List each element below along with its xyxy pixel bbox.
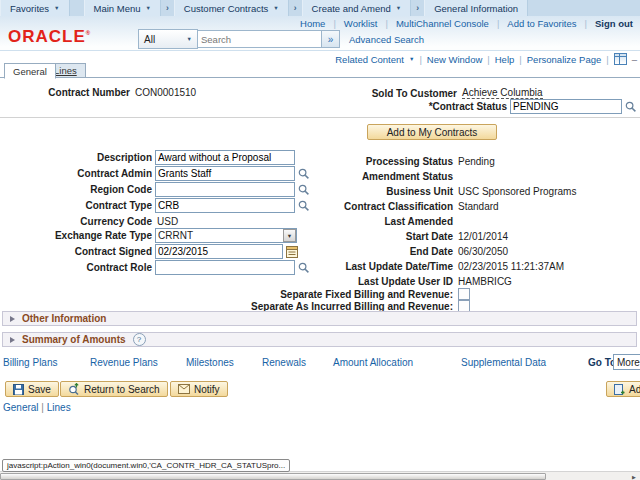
breadcrumb-separator: › — [411, 0, 424, 16]
contract-role-row: Contract Role — [0, 260, 310, 275]
revenue-plans-link[interactable]: Revenue Plans — [90, 357, 158, 368]
contract-type-lookup-icon[interactable] — [297, 199, 310, 212]
currency-code-value: USD — [157, 216, 178, 227]
add-to-my-contracts-button[interactable]: Add to My Contracts — [367, 124, 497, 140]
contract-type-input[interactable] — [155, 198, 295, 213]
supplemental-data-link[interactable]: Supplemental Data — [461, 357, 546, 368]
utility-nav: Home | Worklist | MultiChannel Console |… — [300, 18, 633, 29]
exchange-rate-type-select[interactable]: CRRNT ▼ — [155, 228, 297, 243]
global-search-bar: All ▼ » Advanced Search — [138, 30, 424, 48]
sold-to-customer-link[interactable]: Achieve Columbia — [462, 87, 543, 99]
advanced-search-link[interactable]: Advanced Search — [349, 34, 424, 45]
start-date-label: Start Date — [310, 231, 453, 242]
exchange-rate-value: CRRNT — [158, 230, 193, 241]
help-icon[interactable]: ? — [133, 333, 146, 346]
contract-type-label: Contract Type — [0, 200, 152, 211]
multichannel-console-link[interactable]: MultiChannel Console — [396, 18, 489, 29]
favorites-menu[interactable]: Favorites ▼ — [0, 0, 70, 16]
separator: | — [385, 18, 387, 29]
separator: | — [606, 54, 608, 65]
chevron-down-icon: ▼ — [273, 5, 278, 11]
last-update-value: 02/23/2015 11:21:37AM — [458, 261, 564, 272]
contract-signed-label: Contract Signed — [0, 246, 152, 257]
return-to-search-button[interactable]: Return to Search — [60, 381, 168, 397]
add-to-favorites-link[interactable]: Add to Favorites — [507, 18, 576, 29]
other-information-section[interactable]: Other Information — [2, 311, 637, 326]
goto-more-select[interactable]: More — [613, 354, 640, 370]
contract-admin-lookup-icon[interactable] — [297, 167, 310, 180]
scrollbar-right-arrow-icon[interactable]: ▶ — [629, 473, 639, 480]
worklist-link[interactable]: Worklist — [344, 18, 378, 29]
tab-general[interactable]: General — [4, 63, 56, 79]
contract-number-value: CON0001510 — [135, 87, 196, 98]
amount-allocation-link[interactable]: Amount Allocation — [333, 357, 413, 368]
personalize-layout-icon[interactable] — [614, 53, 627, 65]
billing-plans-link[interactable]: Billing Plans — [3, 357, 57, 368]
breadcrumb-separator: › — [161, 0, 174, 16]
goto-label: Go To — [588, 357, 616, 368]
add-icon — [614, 384, 625, 395]
footer-general-link[interactable]: General — [3, 402, 39, 413]
contract-type-row: Contract Type — [0, 198, 310, 213]
double-chevron-icon: » — [328, 34, 334, 45]
save-button[interactable]: Save — [5, 381, 59, 397]
horizontal-scrollbar[interactable]: ▶ — [0, 471, 640, 480]
collapse-dash-icon: – — [632, 54, 637, 65]
contract-status-input[interactable] — [510, 99, 622, 114]
business-unit-label: Business Unit — [310, 186, 453, 197]
contract-role-lookup-icon[interactable] — [297, 261, 310, 274]
footer-lines-link[interactable]: Lines — [47, 402, 71, 413]
currency-code-row: Currency Code USD — [0, 216, 178, 227]
contract-status-row: *Contract Status — [280, 99, 637, 114]
sign-out-link[interactable]: Sign out — [595, 18, 633, 29]
related-content-link[interactable]: Related Content — [335, 54, 404, 65]
region-code-lookup-icon[interactable] — [297, 183, 310, 196]
contract-signed-row: Contract Signed — [0, 244, 298, 259]
end-date-label: End Date — [310, 246, 453, 257]
region-code-row: Region Code — [0, 182, 310, 197]
region-code-input[interactable] — [155, 182, 295, 197]
main-menu[interactable]: Main Menu ▼ — [84, 0, 161, 16]
contract-status-label: *Contract Status — [280, 101, 507, 112]
peoplesoft-contract-page: Favorites ▼ Main Menu ▼ › Customer Contr… — [0, 0, 640, 480]
new-window-link[interactable]: New Window — [427, 54, 482, 65]
contract-number-row: Contract Number CON0001510 — [0, 87, 196, 98]
search-input[interactable] — [198, 30, 322, 48]
home-link[interactable]: Home — [300, 18, 325, 29]
notify-button[interactable]: Notify — [170, 381, 228, 397]
milestones-link[interactable]: Milestones — [186, 357, 234, 368]
breadcrumb-item-label: Customer Contracts — [184, 3, 268, 14]
contract-status-lookup-icon[interactable] — [624, 100, 637, 113]
add-button[interactable]: Add — [606, 381, 640, 397]
help-link[interactable]: Help — [495, 54, 515, 65]
renewals-link[interactable]: Renewals — [262, 357, 306, 368]
breadcrumb-current-label: General Information — [434, 3, 518, 14]
return-to-search-icon — [68, 383, 80, 395]
calendar-icon[interactable] — [285, 245, 298, 258]
scrollbar-thumb[interactable] — [0, 473, 546, 480]
region-code-label: Region Code — [0, 184, 152, 195]
chevron-down-icon: ▼ — [54, 5, 59, 11]
breadcrumb-separator: › — [289, 0, 302, 16]
breadcrumb-item-customer-contracts[interactable]: Customer Contracts ▼ — [174, 0, 289, 16]
personalize-page-link[interactable]: Personalize Page — [527, 54, 601, 65]
contract-signed-input[interactable] — [155, 244, 283, 259]
separate-fixed-checkbox[interactable] — [458, 288, 470, 300]
chevron-down-icon: ▼ — [283, 229, 296, 242]
start-date-value: 12/01/2014 — [458, 231, 508, 242]
contract-role-input[interactable] — [155, 260, 295, 275]
search-scope-select[interactable]: All ▼ — [138, 29, 198, 49]
page-options: Related Content ▼ | New Window | Help | … — [335, 53, 637, 65]
search-scope-value: All — [144, 34, 155, 45]
separator: | — [497, 18, 499, 29]
search-submit-button[interactable]: » — [322, 30, 340, 48]
summary-of-amounts-section[interactable]: Summary of Amounts ? — [2, 332, 637, 347]
breadcrumb: Favorites ▼ Main Menu ▼ › Customer Contr… — [0, 0, 640, 16]
processing-status-label: Processing Status — [310, 156, 453, 167]
breadcrumb-item-create-and-amend[interactable]: Create and Amend ▼ — [302, 0, 412, 16]
contract-admin-input[interactable] — [155, 166, 295, 181]
description-input[interactable] — [155, 150, 295, 165]
business-unit-value: USC Sponsored Programs — [458, 186, 576, 197]
notify-icon — [178, 384, 190, 394]
separate-fixed-row: Separate Fixed Billing and Revenue: — [240, 288, 470, 300]
